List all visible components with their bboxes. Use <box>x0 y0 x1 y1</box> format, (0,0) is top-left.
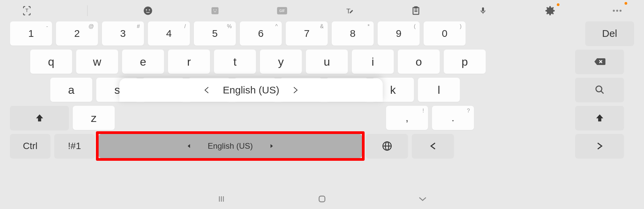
backspace-key[interactable] <box>575 50 624 74</box>
key-9[interactable]: 9( <box>378 21 420 46</box>
qwerty-row: q w e r t y u i o p <box>10 50 634 74</box>
globe-icon <box>382 141 392 151</box>
system-navbar <box>0 189 644 209</box>
key-comma[interactable]: ,! <box>386 106 428 130</box>
key-3[interactable]: 3# <box>102 21 144 46</box>
key-period[interactable]: .? <box>432 106 474 130</box>
svg-rect-11 <box>415 7 418 8</box>
clipboard-icon[interactable] <box>409 4 423 17</box>
ctrl-key[interactable]: Ctrl <box>10 134 50 158</box>
svg-rect-14 <box>482 7 484 11</box>
language-key[interactable] <box>366 134 408 158</box>
more-notification-dot <box>625 2 627 5</box>
keyboard-area: 1- 2@ 3# 4/ 5% 6^ 7& 8* 9( 0) Del q w e … <box>0 21 644 189</box>
key-o[interactable]: o <box>398 50 440 74</box>
key-7[interactable]: 7& <box>286 21 328 46</box>
svg-line-17 <box>601 91 603 94</box>
key-l[interactable]: l <box>418 78 460 102</box>
triangle-right-icon <box>293 87 298 93</box>
key-t[interactable]: t <box>214 50 256 74</box>
key-u[interactable]: u <box>306 50 348 74</box>
shift-left-key[interactable] <box>10 106 69 130</box>
triangle-right-icon <box>596 142 603 150</box>
svg-point-1 <box>144 7 152 15</box>
recent-apps-button[interactable] <box>215 192 228 206</box>
key-1[interactable]: 1- <box>10 21 52 46</box>
svg-text:T: T <box>346 7 351 15</box>
triangle-left-icon <box>204 87 209 93</box>
svg-point-5 <box>213 9 214 10</box>
gif-icon[interactable]: GIF <box>275 4 289 17</box>
key-z[interactable]: z <box>73 106 115 130</box>
cursor-right-key[interactable] <box>575 134 624 158</box>
number-row: 1- 2@ 3# 4/ 5% 6^ 7& 8* 9( 0) Del <box>10 21 634 46</box>
key-0[interactable]: 0) <box>424 21 466 46</box>
svg-point-16 <box>596 86 602 92</box>
handwriting-icon[interactable]: T <box>342 4 356 17</box>
spacebar-container: English (US) <box>99 134 362 158</box>
delete-key[interactable]: Del <box>585 21 634 46</box>
key-q[interactable]: q <box>30 50 72 74</box>
key-p[interactable]: p <box>444 50 486 74</box>
key-2[interactable]: 2@ <box>56 21 98 46</box>
svg-rect-4 <box>211 7 218 14</box>
svg-point-3 <box>149 9 150 11</box>
home-button[interactable] <box>315 192 329 206</box>
key-5[interactable]: 5% <box>194 21 236 46</box>
function-row: Ctrl !#1 English (US) <box>10 134 634 158</box>
triangle-left-icon <box>430 142 436 150</box>
emoji-icon[interactable] <box>141 4 155 17</box>
key-4[interactable]: 4/ <box>148 21 190 46</box>
bottom-letter-row: z ,! .? English (US) <box>10 106 634 130</box>
key-i[interactable]: i <box>352 50 394 74</box>
triangle-left-icon <box>187 143 191 149</box>
popup-language-label: English (US) <box>223 84 279 96</box>
popup-placeholder <box>119 106 382 130</box>
sticker-icon[interactable] <box>208 4 222 17</box>
voice-icon[interactable] <box>476 4 490 17</box>
key-r[interactable]: r <box>168 50 210 74</box>
language-popup[interactable]: English (US) <box>119 78 383 102</box>
settings-icon[interactable] <box>543 4 557 17</box>
settings-notification-dot <box>557 3 559 6</box>
key-6[interactable]: 6^ <box>240 21 282 46</box>
spacebar-language-label: English (US) <box>208 141 253 151</box>
key-a[interactable]: a <box>50 78 92 102</box>
svg-point-6 <box>216 9 217 10</box>
key-w[interactable]: w <box>76 50 118 74</box>
key-y[interactable]: y <box>260 50 302 74</box>
svg-text:GIF: GIF <box>279 9 285 13</box>
text-scan-icon[interactable]: T <box>20 4 34 17</box>
spacebar[interactable]: English (US) <box>99 134 362 158</box>
key-e[interactable]: e <box>122 50 164 74</box>
triangle-right-icon <box>270 143 274 149</box>
shift-right-key[interactable] <box>575 106 624 130</box>
search-key[interactable] <box>575 78 624 102</box>
symbols-key[interactable]: !#1 <box>54 134 95 158</box>
svg-point-2 <box>146 9 147 11</box>
key-8[interactable]: 8* <box>332 21 374 46</box>
cursor-left-key[interactable] <box>412 134 454 158</box>
toolbar-divider <box>87 5 88 16</box>
keyboard-toolbar: T GIF T <box>0 0 644 21</box>
more-icon[interactable] <box>610 4 624 17</box>
svg-rect-24 <box>319 196 325 202</box>
svg-text:T: T <box>25 7 28 13</box>
back-button[interactable] <box>416 192 429 206</box>
